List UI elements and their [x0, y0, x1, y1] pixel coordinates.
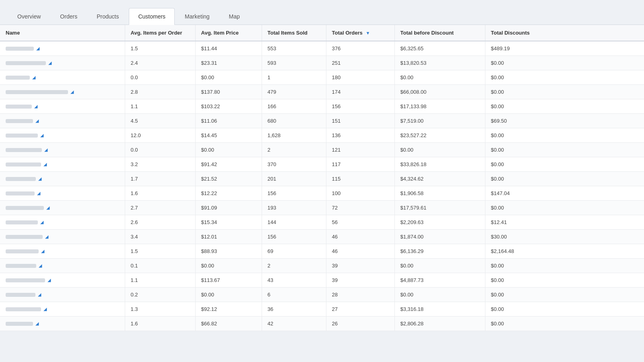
- total-orders-cell: 174: [326, 85, 394, 99]
- total-before-discount-cell: $33,826.18: [394, 157, 485, 172]
- name-cell: ◢: [0, 244, 125, 259]
- filter-icon[interactable]: ◢: [48, 60, 52, 66]
- name-cell: ◢: [0, 41, 125, 56]
- col-name[interactable]: Name: [0, 25, 125, 41]
- table-row: ◢ 4.5$11.06680151$7,519.00$69.50: [0, 114, 644, 128]
- avg-items-cell: 0.0: [125, 143, 195, 157]
- filter-icon[interactable]: ◢: [46, 205, 50, 210]
- col-avg-items[interactable]: Avg. Items per Order: [125, 25, 195, 41]
- avg-price-cell: $0.00: [195, 143, 262, 157]
- filter-icon[interactable]: ◢: [47, 278, 51, 283]
- table-row: ◢ 1.5$88.936946$6,136.29$2,164.48: [0, 244, 644, 259]
- avg-price-cell: $103.22: [195, 99, 262, 114]
- total-discounts-cell: $0.00: [485, 70, 644, 85]
- total-items-cell: 43: [262, 273, 326, 288]
- avg-items-cell: 1.3: [125, 302, 195, 317]
- total-discounts-cell: $0.00: [485, 273, 644, 288]
- filter-icon[interactable]: ◢: [43, 306, 47, 312]
- total-before-discount-cell: $2,806.28: [394, 317, 485, 331]
- filter-icon[interactable]: ◢: [40, 133, 43, 138]
- tab-products[interactable]: Products: [87, 8, 128, 25]
- filter-icon[interactable]: ◢: [39, 263, 42, 268]
- total-before-discount-cell: $7,519.00: [394, 114, 485, 128]
- name-text: [6, 148, 42, 152]
- filter-icon[interactable]: ◢: [40, 220, 43, 225]
- filter-icon[interactable]: ◢: [38, 176, 41, 181]
- filter-icon[interactable]: ◢: [35, 118, 39, 123]
- tab-marketing[interactable]: Marketing: [175, 8, 219, 25]
- name-cell: ◢: [0, 186, 125, 201]
- name-cell: ◢: [0, 230, 125, 244]
- col-total-items[interactable]: Total Items Sold: [262, 25, 326, 41]
- total-before-discount-cell: $66,008.00: [394, 85, 485, 99]
- avg-price-cell: $113.67: [195, 273, 262, 288]
- total-discounts-cell: $0.00: [485, 143, 644, 157]
- total-items-cell: 193: [262, 201, 326, 215]
- table-row: ◢ 2.6$15.3414456$2,209.63$12.41: [0, 215, 644, 230]
- total-discounts-cell: $30.00: [485, 230, 644, 244]
- filter-icon[interactable]: ◢: [35, 321, 39, 326]
- total-discounts-cell: $0.00: [485, 201, 644, 215]
- name-text: [6, 278, 45, 282]
- tab-orders[interactable]: Orders: [51, 8, 87, 25]
- total-orders-cell: 46: [326, 244, 394, 259]
- total-discounts-cell: $2,164.48: [485, 244, 644, 259]
- avg-price-cell: $23.31: [195, 56, 262, 70]
- filter-icon[interactable]: ◢: [44, 147, 47, 152]
- filter-icon[interactable]: ◢: [32, 75, 35, 80]
- avg-items-cell: 2.4: [125, 56, 195, 70]
- name-text: [6, 47, 34, 51]
- col-total-discounts[interactable]: Total Discounts: [485, 25, 644, 41]
- filter-icon[interactable]: ◢: [38, 292, 41, 297]
- filter-icon[interactable]: ◢: [37, 191, 40, 196]
- name-text: [6, 220, 38, 224]
- tabs-bar: Overview Orders Products Customers Marke…: [0, 0, 644, 25]
- filter-icon[interactable]: ◢: [43, 162, 47, 167]
- filter-icon[interactable]: ◢: [70, 89, 74, 95]
- col-total-orders[interactable]: Total Orders ▼: [326, 25, 394, 41]
- col-avg-price[interactable]: Avg. Item Price: [195, 25, 262, 41]
- total-before-discount-cell: $1,906.58: [394, 186, 485, 201]
- avg-price-cell: $92.12: [195, 302, 262, 317]
- total-discounts-cell: $0.00: [485, 99, 644, 114]
- filter-icon[interactable]: ◢: [34, 104, 37, 109]
- name-cell: ◢: [0, 172, 125, 186]
- name-text: [6, 206, 44, 210]
- tab-customers[interactable]: Customers: [129, 8, 175, 25]
- total-items-cell: 370: [262, 157, 326, 172]
- customers-table: Name Avg. Items per Order Avg. Item Pric…: [0, 25, 644, 331]
- filter-icon[interactable]: ◢: [36, 46, 39, 51]
- total-before-discount-cell: $4,324.62: [394, 172, 485, 186]
- avg-price-cell: $137.80: [195, 85, 262, 99]
- avg-items-cell: 0.0: [125, 70, 195, 85]
- total-discounts-cell: $0.00: [485, 259, 644, 273]
- total-discounts-cell: $147.04: [485, 186, 644, 201]
- total-items-cell: 69: [262, 244, 326, 259]
- total-before-discount-cell: $6,325.65: [394, 41, 485, 56]
- total-orders-cell: 28: [326, 288, 394, 302]
- table-row: ◢ 1.5$11.44553376$6,325.65$489.19: [0, 41, 644, 56]
- tab-overview[interactable]: Overview: [8, 8, 50, 25]
- table-row: ◢ 1.1$103.22166156$17,133.98$0.00: [0, 99, 644, 114]
- filter-icon[interactable]: ◢: [41, 249, 44, 254]
- avg-price-cell: $11.44: [195, 41, 262, 56]
- name-text: [6, 322, 33, 326]
- avg-items-cell: 2.6: [125, 215, 195, 230]
- filter-icon[interactable]: ◢: [45, 234, 48, 239]
- name-cell: ◢: [0, 215, 125, 230]
- name-text: [6, 293, 35, 297]
- name-text: [6, 105, 32, 109]
- name-text: [6, 249, 39, 253]
- name-cell: ◢: [0, 70, 125, 85]
- total-discounts-cell: $0.00: [485, 288, 644, 302]
- avg-price-cell: $88.93: [195, 244, 262, 259]
- tab-map[interactable]: Map: [220, 8, 249, 25]
- table-row: ◢ 2.4$23.31593251$13,820.53$0.00: [0, 56, 644, 70]
- table-row: ◢ 3.2$91.42370117$33,826.18$0.00: [0, 157, 644, 172]
- name-text: [6, 90, 68, 94]
- total-orders-cell: 251: [326, 56, 394, 70]
- table-row: ◢ 1.6$12.22156100$1,906.58$147.04: [0, 186, 644, 201]
- avg-items-cell: 1.5: [125, 244, 195, 259]
- col-total-before-discount[interactable]: Total before Discount: [394, 25, 485, 41]
- total-orders-cell: 46: [326, 230, 394, 244]
